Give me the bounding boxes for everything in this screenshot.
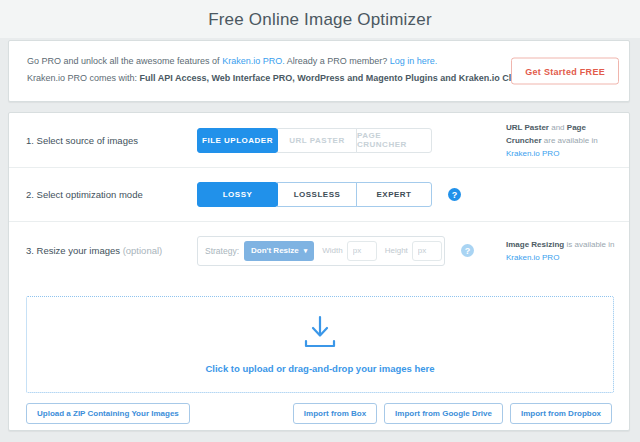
upload-dropzone[interactable]: Click to upload or drag-and-drop your im… <box>26 296 614 393</box>
chevron-down-icon: ▾ <box>304 247 308 255</box>
banner-features-text: Full API Access, Web Interface PRO, Word… <box>140 73 567 83</box>
page-title: Free Online Image Optimizer <box>0 0 640 30</box>
get-started-free-button[interactable]: Get Started FREE <box>511 58 619 85</box>
step1-label: 1. Select source of images <box>26 135 197 146</box>
pro-banner: Go PRO and unlock all the awesome featur… <box>8 40 630 102</box>
file-uploader-button[interactable]: FILE UPLOADER <box>197 128 278 153</box>
width-input <box>347 241 377 261</box>
step3-pro-note: Image Resizing is available in Kraken.io… <box>506 238 620 264</box>
login-link[interactable]: Log in here. <box>390 56 438 66</box>
resize-help-icon[interactable]: ? <box>461 244 474 257</box>
pro-banner-text: Go PRO and unlock all the awesome featur… <box>27 53 566 87</box>
import-button-group: Import from Box Import from Google Drive… <box>293 403 612 424</box>
source-button-group: FILE UPLOADER URL PASTER PAGE CRUNCHER <box>197 128 432 153</box>
step2-row: 2. Select optimization mode LOSSY LOSSLE… <box>9 168 629 221</box>
download-arrow-icon <box>302 315 338 353</box>
step2-label: 2. Select optimization mode <box>26 189 197 200</box>
strategy-selected-value: Don't Resize <box>251 246 299 255</box>
banner-text-segment: Already a PRO member? <box>287 56 388 66</box>
import-from-dropbox-button[interactable]: Import from Dropbox <box>510 403 612 424</box>
step1-pro-note: URL Paster and Page Cruncher are availab… <box>506 121 620 160</box>
kraken-pro-link[interactable]: Kraken.io PRO. <box>222 56 285 66</box>
resize-strategy-dropdown: Don't Resize ▾ <box>244 241 314 261</box>
note-text: and <box>551 123 564 132</box>
lossless-button[interactable]: LOSSLESS <box>277 182 357 207</box>
height-input <box>412 241 442 261</box>
dropzone-label: Click to upload or drag-and-drop your im… <box>205 363 434 374</box>
note-text: is available in <box>566 240 614 249</box>
banner-text-segment: Kraken.io PRO comes with: <box>27 73 137 83</box>
kraken-pro-link[interactable]: Kraken.io PRO <box>506 253 559 262</box>
height-label: Height <box>385 246 408 255</box>
pro-banner-line2: Kraken.io PRO comes with: Full API Acces… <box>27 70 566 87</box>
step3-row: 3. Resize your images (optional) Strateg… <box>9 222 629 279</box>
step3-label-text: 3. Resize your images <box>26 245 120 256</box>
note-text: are available in <box>544 136 598 145</box>
mode-help-icon[interactable]: ? <box>448 188 461 201</box>
lossy-button[interactable]: LOSSY <box>197 182 278 207</box>
note-feature-name: URL Paster <box>506 123 549 132</box>
banner-text-segment: Go PRO and unlock all the awesome featur… <box>27 56 220 66</box>
strategy-label: Strategy: <box>205 246 239 256</box>
step3-optional-text: (optional) <box>123 245 163 256</box>
step1-row: 1. Select source of images FILE UPLOADER… <box>9 113 629 167</box>
footer-actions: Upload a ZIP Containing Your Images Impo… <box>26 403 612 424</box>
upload-zip-button[interactable]: Upload a ZIP Containing Your Images <box>26 403 190 424</box>
page-header: Free Online Image Optimizer <box>0 0 640 38</box>
resize-strategy-box: Strategy: Don't Resize ▾ Width Height <box>197 236 445 266</box>
expert-button[interactable]: EXPERT <box>356 182 432 207</box>
import-from-box-button[interactable]: Import from Box <box>293 403 377 424</box>
width-label: Width <box>322 246 342 255</box>
optimizer-panel: 1. Select source of images FILE UPLOADER… <box>8 112 630 431</box>
mode-button-group: LOSSY LOSSLESS EXPERT <box>197 182 432 207</box>
step3-label: 3. Resize your images (optional) <box>26 245 197 256</box>
url-paster-button[interactable]: URL PASTER <box>277 128 357 153</box>
kraken-pro-link[interactable]: Kraken.io PRO <box>506 149 559 158</box>
pro-banner-line1: Go PRO and unlock all the awesome featur… <box>27 53 566 70</box>
note-feature-name: Image Resizing <box>506 240 564 249</box>
page-cruncher-button[interactable]: PAGE CRUNCHER <box>356 128 432 153</box>
import-from-google-drive-button[interactable]: Import from Google Drive <box>384 403 503 424</box>
